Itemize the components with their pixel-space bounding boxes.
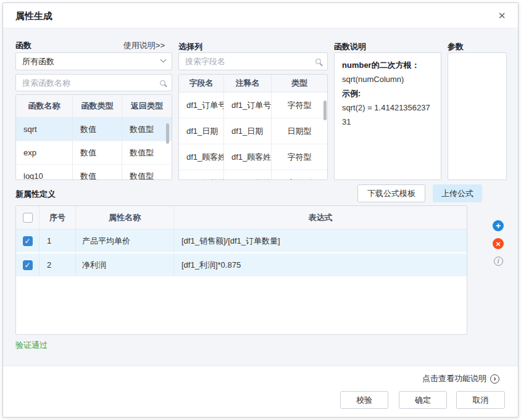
functions-table-header: 函数名称 函数类型 返回类型 — [16, 95, 172, 118]
params-label: 参数 — [448, 41, 464, 52]
validation-status[interactable]: 验证通过 — [15, 340, 48, 351]
remove-attribute-icon[interactable]: × — [493, 238, 504, 249]
select-columns-label: 选择列 — [178, 41, 202, 52]
info-icon[interactable]: i — [494, 257, 503, 266]
function-row-log10[interactable]: log10 数值 数值型 — [16, 165, 172, 180]
cancel-button[interactable]: 取消 — [456, 391, 505, 409]
select-all-checkbox[interactable] — [23, 213, 33, 223]
function-row-exp[interactable]: exp 数值 数值型 — [16, 141, 172, 165]
function-search — [15, 74, 172, 91]
col-header-type: 类型 — [272, 75, 327, 92]
dialog-header: 属性生成 × — [3, 3, 518, 28]
new-attribute-label: 新属性定义 — [15, 189, 56, 200]
functions-label: 函数 — [15, 40, 31, 51]
functions-table: 函数名称 函数类型 返回类型 sqrt 数值 数值型 exp 数值 数值型 lo… — [15, 94, 172, 180]
attributes-table: 序号 属性名称 表达式 ✓ 1 产品平均单价 [df1_销售额]/[df1_订单… — [15, 205, 467, 335]
row-checkbox-checked[interactable]: ✓ — [23, 260, 33, 270]
column-row[interactable]: df1_订单号 df1_订单号 字符型 — [179, 93, 327, 118]
attribute-row[interactable]: ✓ 1 产品平均单价 [df1_销售额]/[df1_订单数量] — [16, 229, 467, 253]
col-header-field: 字段名 — [179, 75, 224, 92]
columns-table-scrollbar[interactable] — [323, 101, 327, 120]
page-title: 属性生成 — [15, 10, 52, 22]
search-icon — [160, 80, 165, 86]
column-row[interactable]: df1_日期 df1_日期 日期型 — [179, 118, 327, 144]
ok-button[interactable]: 确定 — [399, 391, 447, 409]
upload-formula-button[interactable]: 上传公式 — [433, 184, 482, 202]
function-row-sqrt[interactable]: sqrt 数值 数值型 — [16, 118, 172, 141]
function-doc-label: 函数说明 — [334, 41, 366, 52]
params-panel — [448, 52, 507, 180]
functions-label-row: 函数 使用说明>> — [15, 40, 172, 51]
doc-example-label: 示例: — [342, 86, 433, 101]
column-row[interactable]: df1_订单等级 df1_订单等级 字符型 — [179, 170, 327, 180]
arrow-right-circle-icon: › — [490, 374, 499, 384]
col-header-expression: 表达式 — [174, 206, 467, 229]
col-header-function-name: 函数名称 — [16, 95, 73, 117]
function-search-input[interactable] — [22, 75, 160, 91]
download-template-button[interactable]: 下载公式模板 — [357, 184, 425, 202]
dialog-footer: 点击查看功能说明 › 校验 确定 取消 — [3, 366, 518, 418]
attribute-generation-dialog: 属性生成 × 函数 使用说明>> 选择列 函数说明 参数 所有函数 函数名称 函… — [2, 2, 519, 418]
row-checkbox-checked[interactable]: ✓ — [23, 236, 33, 246]
col-header-return-type: 返回类型 — [122, 95, 172, 117]
attributes-table-header: 序号 属性名称 表达式 — [16, 206, 467, 229]
columns-table-header: 字段名 注释名 类型 — [179, 75, 327, 93]
column-search — [178, 52, 328, 70]
functions-table-scrollbar[interactable] — [166, 123, 169, 144]
usage-instructions-link[interactable]: 使用说明>> — [123, 40, 165, 51]
function-category-select[interactable]: 所有函数 — [15, 52, 172, 70]
columns-table: 字段名 注释名 类型 df1_订单号 df1_订单号 字符型 df1_日期 df… — [178, 74, 328, 180]
doc-example: sqrt(2) = 1.4142135623731 — [342, 101, 433, 129]
doc-signature: sqrt(numColumn) — [342, 72, 433, 86]
feature-help-text: 点击查看功能说明 — [422, 373, 486, 384]
attribute-row[interactable]: ✓ 2 净利润 [df1_利润]*0.875 — [16, 253, 467, 278]
column-search-input[interactable] — [185, 53, 315, 70]
search-icon — [315, 59, 321, 64]
column-row[interactable]: df1_顾客姓名 df1_顾客姓名 字符型 — [179, 144, 327, 170]
function-doc-panel: number的二次方根： sqrt(numColumn) 示例: sqrt(2)… — [334, 52, 441, 180]
close-icon[interactable]: × — [498, 8, 506, 23]
feature-help-link[interactable]: 点击查看功能说明 › — [422, 373, 499, 384]
col-header-comment: 注释名 — [224, 75, 272, 92]
function-category-value: 所有函数 — [22, 56, 54, 67]
col-header-attr-name: 属性名称 — [76, 206, 174, 229]
col-header-index: 序号 — [40, 206, 76, 229]
doc-title: number的二次方根： — [342, 58, 433, 72]
verify-button[interactable]: 校验 — [340, 391, 388, 409]
add-attribute-icon[interactable]: + — [493, 220, 504, 231]
chevron-down-icon — [160, 57, 167, 63]
col-header-function-type: 函数类型 — [73, 95, 122, 117]
